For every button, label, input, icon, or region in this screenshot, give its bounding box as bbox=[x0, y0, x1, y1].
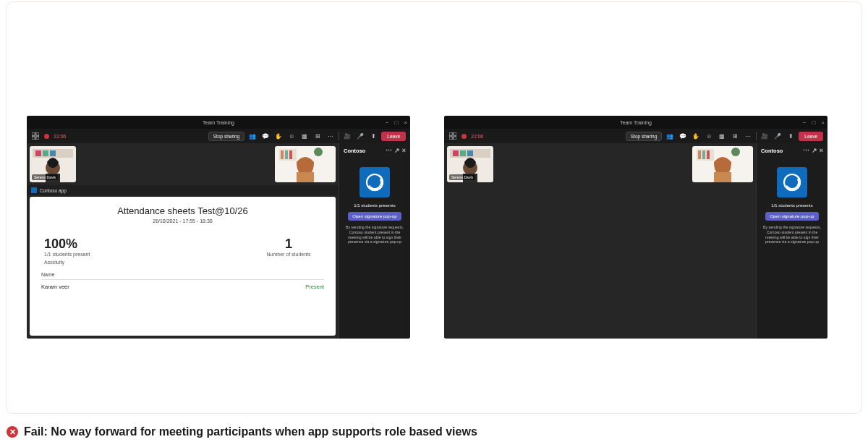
stat-present-line: 1/1 students present bbox=[44, 252, 90, 257]
panel-more-icon[interactable]: ⋯ bbox=[803, 147, 810, 154]
meeting-side-panel: Contoso ⋯ ↗ × 1/1 students presents Open… bbox=[339, 143, 410, 339]
minimize-icon[interactable]: − bbox=[803, 119, 807, 126]
share-icon[interactable]: ⬆ bbox=[368, 131, 378, 141]
toolbar-divider bbox=[756, 132, 757, 140]
panel-close-icon[interactable]: × bbox=[820, 147, 823, 154]
reactions-icon[interactable]: ☺ bbox=[704, 131, 714, 141]
svg-rect-1 bbox=[36, 132, 39, 135]
panel-more-icon[interactable]: ⋯ bbox=[386, 147, 393, 154]
panel-header: Contoso ⋯ ↗ × bbox=[761, 143, 823, 157]
reactions-icon[interactable]: ☺ bbox=[286, 131, 297, 141]
chat-icon[interactable]: 💬 bbox=[260, 131, 271, 141]
meeting-timer: 22:06 bbox=[471, 134, 484, 139]
panel-title: Contoso bbox=[344, 148, 365, 154]
row-name: Karam veer bbox=[41, 284, 69, 290]
grid-icon[interactable] bbox=[31, 132, 40, 140]
panel-close-icon[interactable]: × bbox=[402, 147, 406, 154]
meeting-stage: Serena Davis Contoso app Attendance shee… bbox=[27, 143, 339, 339]
svg-rect-6 bbox=[35, 150, 41, 156]
svg-rect-7 bbox=[43, 150, 48, 156]
stat-percent: 100% bbox=[44, 237, 90, 252]
panel-popout-icon[interactable]: ↗ bbox=[394, 147, 400, 154]
app-tab-label[interactable]: Contoso app bbox=[40, 188, 67, 193]
grid-icon[interactable] bbox=[448, 132, 457, 140]
camera-icon[interactable]: 🎥 bbox=[342, 131, 352, 141]
apps-icon[interactable]: ⊞ bbox=[730, 131, 740, 141]
svg-rect-24 bbox=[454, 137, 456, 140]
svg-rect-16 bbox=[289, 150, 292, 159]
window-titlebar: Team Training − □ × bbox=[444, 116, 827, 129]
svg-rect-27 bbox=[453, 150, 459, 156]
share-icon[interactable]: ⬆ bbox=[786, 131, 796, 141]
svg-point-38 bbox=[731, 148, 740, 156]
stop-sharing-button[interactable]: Stop sharing bbox=[626, 132, 663, 141]
leave-button[interactable]: Leave bbox=[381, 132, 406, 141]
stat-students: 1 Number of students bbox=[256, 237, 321, 265]
chat-icon[interactable]: 💬 bbox=[678, 131, 688, 141]
svg-rect-0 bbox=[32, 132, 35, 135]
people-icon[interactable]: 👥 bbox=[665, 131, 675, 141]
people-icon[interactable]: 👥 bbox=[247, 131, 258, 141]
window-title: Team Training bbox=[203, 120, 234, 125]
video-tile-participant[interactable] bbox=[275, 146, 336, 182]
svg-rect-14 bbox=[281, 150, 284, 159]
meeting-toolbar: 22:06 Stop sharing 👥 💬 ✋ ☺ ▦ ⊞ ⋯ 🎥 🎤 ⬆ L… bbox=[444, 129, 827, 143]
open-signature-button[interactable]: Open signature pop-up bbox=[348, 212, 401, 221]
open-signature-button[interactable]: Open signature pop-up bbox=[765, 212, 818, 221]
maximize-icon[interactable]: □ bbox=[394, 119, 398, 126]
svg-rect-19 bbox=[297, 172, 314, 182]
svg-rect-21 bbox=[449, 132, 452, 135]
svg-point-17 bbox=[314, 148, 323, 156]
minimize-icon[interactable]: − bbox=[386, 119, 389, 126]
raise-hand-icon[interactable]: ✋ bbox=[691, 131, 701, 141]
close-icon[interactable]: × bbox=[404, 119, 407, 126]
panel-description: By sending the signature requests, Conto… bbox=[344, 225, 406, 245]
raise-hand-icon[interactable]: ✋ bbox=[273, 131, 284, 141]
video-tile-self[interactable]: Serena Davis bbox=[30, 146, 76, 182]
stat-assiduity-label: Assiduity bbox=[44, 260, 90, 265]
panel-app-logo bbox=[777, 167, 807, 197]
card-subtitle: 26/10/2021 - 17:55 - 18:30 bbox=[41, 218, 324, 224]
panel-app-logo bbox=[359, 167, 390, 197]
svg-rect-36 bbox=[702, 150, 705, 159]
leave-button[interactable]: Leave bbox=[799, 132, 823, 141]
more-icon[interactable]: ⋯ bbox=[326, 131, 336, 141]
svg-rect-8 bbox=[50, 150, 56, 156]
window-title: Team Training bbox=[620, 120, 652, 125]
fail-text: Fail: No way forward for meeting partici… bbox=[24, 425, 477, 438]
fail-caption: ✕ Fail: No way forward for meeting parti… bbox=[7, 425, 477, 438]
more-icon[interactable]: ⋯ bbox=[743, 131, 753, 141]
rooms-icon[interactable]: ▦ bbox=[299, 131, 310, 141]
toolbar-divider bbox=[339, 132, 339, 140]
record-icon bbox=[461, 134, 467, 139]
panel-header: Contoso ⋯ ↗ × bbox=[344, 143, 406, 157]
meeting-side-panel: Contoso ⋯ ↗ × 1/1 students presents Open… bbox=[756, 143, 827, 339]
svg-rect-23 bbox=[449, 137, 452, 140]
panel-popout-icon[interactable]: ↗ bbox=[812, 147, 817, 154]
table-header-name: Name bbox=[41, 272, 324, 280]
svg-rect-3 bbox=[36, 137, 39, 140]
mic-icon[interactable]: 🎤 bbox=[773, 131, 783, 141]
mic-icon[interactable]: 🎤 bbox=[355, 131, 365, 141]
record-icon bbox=[44, 134, 49, 139]
svg-rect-2 bbox=[32, 137, 35, 140]
shared-content-card: Attendance sheets Test@10/26 26/10/2021 … bbox=[30, 197, 336, 336]
panel-description: By sending the signature requests, Conto… bbox=[761, 225, 823, 245]
teams-window-presenter: Team Training − □ × 22:06 Stop sharing 👥… bbox=[27, 116, 410, 339]
stop-sharing-button[interactable]: Stop sharing bbox=[208, 132, 245, 141]
teams-window-attendee: Team Training − □ × 22:06 Stop sharing 👥… bbox=[444, 116, 827, 339]
maximize-icon[interactable]: □ bbox=[812, 119, 815, 126]
app-tab-bar: Contoso app bbox=[27, 185, 339, 195]
video-tile-participant[interactable] bbox=[692, 146, 753, 182]
window-titlebar: Team Training − □ × bbox=[27, 116, 410, 129]
svg-rect-35 bbox=[698, 150, 701, 159]
close-icon[interactable]: × bbox=[821, 119, 825, 126]
apps-icon[interactable]: ⊞ bbox=[312, 131, 323, 141]
camera-icon[interactable]: 🎥 bbox=[760, 131, 770, 141]
svg-rect-22 bbox=[454, 132, 456, 135]
rooms-icon[interactable]: ▦ bbox=[717, 131, 727, 141]
svg-rect-29 bbox=[467, 150, 473, 156]
video-tile-self[interactable]: Serena Davis bbox=[447, 146, 493, 182]
panel-count: 1/1 students presents bbox=[354, 203, 395, 208]
video-tile-name: Serena Davis bbox=[32, 174, 58, 180]
